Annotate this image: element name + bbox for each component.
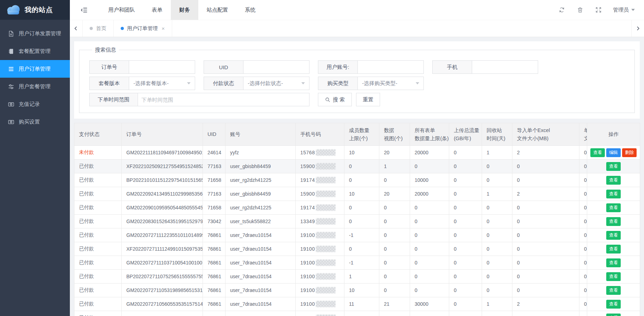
sidebar-item-user-orders[interactable]: 用户订单管理 — [0, 60, 70, 78]
nav-item-system[interactable]: 系统 — [236, 0, 264, 20]
order-no-label: 订单号 — [89, 60, 129, 74]
sidebar-item-purchase-settings[interactable]: 购买设置 — [0, 113, 70, 131]
table-row: 已付款GM2022072711103710054100100576861user… — [74, 256, 640, 270]
phone-mosaic — [316, 191, 336, 197]
order-time-range-input[interactable] — [138, 93, 309, 106]
view-button[interactable]: 查看 — [606, 245, 621, 254]
cell-form-data-limit: 0 — [410, 270, 449, 284]
cell-recycle-days: 1 — [482, 146, 512, 160]
user-menu[interactable]: 管理员 — [613, 7, 635, 13]
view-button[interactable]: 查看 — [606, 162, 621, 171]
phone-mosaic — [316, 301, 336, 307]
payment-status-select[interactable]: -选择付款状态- — [243, 77, 309, 90]
view-button[interactable]: 查看 — [606, 258, 621, 267]
cell-data-views: 0 — [379, 284, 410, 297]
tabs-scroll-left-icon[interactable] — [70, 20, 83, 37]
nav-item-finance[interactable]: 财务 — [171, 0, 198, 20]
view-button[interactable]: 查看 — [606, 272, 621, 281]
user-account-field: 用户账号: — [318, 60, 424, 74]
cell-data-views: 0 — [379, 201, 410, 215]
cell-data-views: 0 — [379, 215, 410, 228]
column-header-11: 单文 — [579, 123, 587, 146]
cell-uid: 73042 — [203, 215, 225, 228]
view-button[interactable]: 查看 — [606, 300, 621, 309]
uid-input[interactable] — [243, 60, 309, 74]
cell-payment-status: 已付款 — [74, 242, 122, 256]
trash-icon[interactable] — [577, 7, 583, 13]
cell-account: user_7draeu10154 — [225, 242, 296, 256]
cell-data-views: 20 — [379, 187, 410, 201]
refresh-icon[interactable] — [559, 7, 565, 13]
cell-actions: 查看 — [587, 270, 640, 284]
nav-item-users-teams[interactable]: 用户和团队 — [100, 0, 143, 20]
phone-mosaic — [316, 163, 336, 169]
user-account-input[interactable] — [357, 60, 424, 74]
cell-form-data-limit: 0 — [410, 215, 449, 228]
cell-form-data-limit: 20000 — [410, 187, 449, 201]
view-button[interactable]: 查看 — [606, 314, 621, 316]
cell-data-views: 0 — [379, 173, 410, 187]
view-button[interactable]: 查看 — [606, 176, 621, 185]
cell-uid: 76861 — [203, 270, 225, 284]
close-icon[interactable]: × — [162, 25, 165, 31]
tab-dot — [90, 27, 93, 30]
delete-button[interactable]: 删除 — [622, 148, 637, 157]
cell-upload-traffic: 0 — [449, 297, 482, 311]
view-button[interactable]: 查看 — [606, 190, 621, 198]
table-row: 已付款BP2022072711075256515555575576861user… — [74, 270, 640, 284]
cell-form-data-limit: 0 — [410, 201, 449, 215]
tab-user-order-management[interactable]: 用户订单管理 × — [114, 20, 172, 37]
sidebar-item-user-packages[interactable]: 用户套餐管理 — [0, 78, 70, 95]
nav-item-site-config[interactable]: 站点配置 — [198, 0, 236, 20]
view-button[interactable]: 查看 — [606, 286, 621, 295]
purchase-type-select[interactable]: -选择购买类型- — [357, 77, 424, 90]
order-no-field: 订单号 — [89, 60, 195, 74]
cell-excel-size: 0 — [512, 201, 579, 215]
phone-prefix: 19100 — [300, 274, 315, 279]
cell-upload-traffic: 0 — [449, 173, 482, 187]
sidebar-item-invoice-management[interactable]: 用户订单发票管理 — [0, 25, 70, 42]
mobile-input[interactable] — [472, 60, 538, 74]
table-row: 已付款BP2022072710454153495110010174479user… — [74, 311, 640, 316]
fullscreen-icon[interactable] — [595, 7, 602, 13]
tabs-scroll-right-icon[interactable] — [631, 20, 644, 37]
phone-prefix: 19100 — [300, 301, 315, 307]
cell-clipped: 0 — [579, 242, 587, 256]
view-button[interactable]: 查看 — [606, 217, 621, 226]
cell-phone: 15768 — [296, 146, 344, 160]
cell-data-views: 0 — [379, 270, 410, 284]
order-no-input[interactable] — [129, 60, 195, 74]
tab-home[interactable]: 首页 — [83, 20, 114, 37]
cell-upload-traffic: 0 — [449, 256, 482, 270]
view-button[interactable]: 查看 — [590, 148, 605, 157]
select-value: -选择付款状态- — [248, 80, 283, 87]
reset-button[interactable]: 重置 — [356, 93, 380, 106]
phone-mosaic — [316, 273, 336, 280]
edit-button[interactable]: 编辑 — [606, 148, 621, 157]
cell-member-limit: -1 — [344, 256, 379, 270]
search-button[interactable]: 搜 索 — [318, 93, 352, 106]
cell-data-views: 0 — [379, 242, 410, 256]
cell-excel-size: 0 — [512, 160, 579, 173]
sidebar-item-recharge-records[interactable]: 充值记录 — [0, 95, 70, 113]
menu-collapse-icon[interactable] — [80, 6, 88, 14]
view-button[interactable]: 查看 — [606, 231, 621, 240]
cell-form-data-limit: 0 — [410, 242, 449, 256]
cell-recycle-days: 0 — [482, 201, 512, 215]
cell-uid: 71658 — [203, 201, 225, 215]
cell-upload-traffic: 0 — [449, 187, 482, 201]
column-header-10: 导入单个Excel文件大小(MB) — [512, 123, 579, 146]
cell-recycle-days: 0 — [482, 242, 512, 256]
view-button[interactable]: 查看 — [606, 203, 621, 212]
phone-prefix: 19100 — [300, 232, 315, 238]
nav-item-forms[interactable]: 表单 — [143, 0, 171, 20]
phone-mosaic — [316, 149, 336, 156]
cell-payment-status: 已付款 — [74, 284, 122, 297]
package-version-select[interactable]: -选择套餐版本- — [129, 77, 195, 90]
sidebar-item-package-config[interactable]: 套餐配置管理 — [0, 42, 70, 60]
cell-order-no: GM20220727110531989856515310 — [122, 284, 203, 297]
table-row: 已付款GM2022072711122355101101489976861user… — [74, 228, 640, 242]
cell-form-data-limit: 20000 — [410, 146, 449, 160]
cell-payment-status: 已付款 — [74, 270, 122, 284]
cell-phone: 13349 — [296, 215, 344, 228]
